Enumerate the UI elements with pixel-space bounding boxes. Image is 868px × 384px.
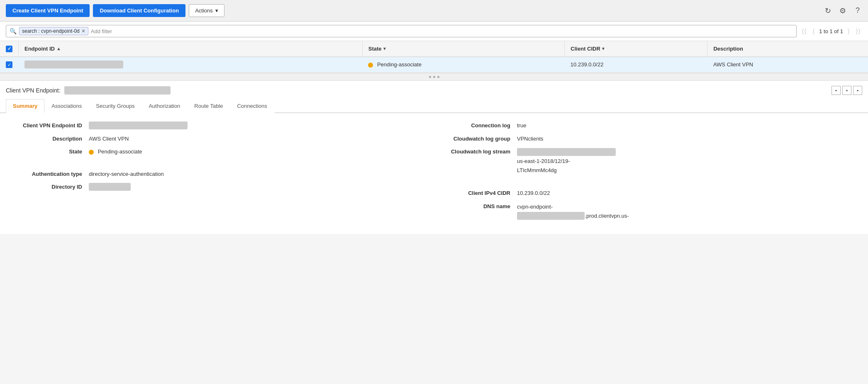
label-ipv4-cidr: Client IPv4 CIDR (434, 189, 517, 197)
select-all-checkbox[interactable]: ✓ (6, 46, 12, 52)
separator-dot-2 (433, 76, 435, 78)
separator-dot-3 (437, 76, 439, 78)
tab-connections[interactable]: Connections (230, 99, 274, 113)
row-description: AWS Client VPN (707, 57, 868, 73)
client-cidr-col-header[interactable]: Client CIDR ▾ (565, 41, 707, 57)
row-endpoint-id: cvpn-endpoint-0██████████████ (19, 57, 363, 73)
summary-row-ipv4-cidr: Client IPv4 CIDR 10.239.0.0/22 (434, 189, 862, 197)
sort-arrow-endpoint-id: ▲ (56, 46, 61, 51)
actions-button[interactable]: Actions ▾ (189, 4, 224, 17)
search-tag-remove[interactable]: ✕ (81, 28, 85, 34)
summary-row-spacer1 (6, 161, 434, 165)
state-dot-icon (368, 63, 373, 68)
tab-security-groups[interactable]: Security Groups (89, 99, 141, 113)
summary-content: Client VPN Endpoint ID cvpn-endpoint-0██… (0, 113, 868, 234)
detail-header: Client VPN Endpoint: cvpn-endpoint-0████… (0, 81, 868, 95)
value-endpoint-id: cvpn-endpoint-0██████████████ (89, 122, 434, 130)
value-conn-log: true (517, 122, 862, 130)
separator-dot-1 (429, 76, 431, 78)
first-page-button[interactable]: ⟨⟨ (800, 27, 808, 36)
sort-arrow-cidr: ▾ (602, 46, 605, 51)
summary-row-endpoint-id: Client VPN Endpoint ID cvpn-endpoint-0██… (6, 122, 434, 130)
endpoint-id-col-header[interactable]: Endpoint ID ▲ (19, 41, 363, 57)
summary-row-cw-group: Cloudwatch log group VPNclients (434, 135, 862, 143)
detail-title: Client VPN Endpoint: cvpn-endpoint-0████… (6, 87, 171, 94)
search-tag-text: search : cvpn-endpoint-0d (22, 28, 80, 34)
table-container: ✓ Endpoint ID ▲ State ▾ (0, 41, 868, 73)
detail-pane: Client VPN Endpoint: cvpn-endpoint-0████… (0, 81, 868, 234)
label-cw-stream: Cloudwatch log stream (434, 148, 517, 156)
page-range: 1 to 1 of 1 (819, 28, 843, 34)
summary-row-cw-stream: Cloudwatch log stream cvpn-endpoint-0███… (434, 148, 862, 175)
label-conn-log: Connection log (434, 122, 517, 130)
detail-endpoint-id: cvpn-endpoint-0██████████████ (64, 86, 170, 95)
label-directory-id: Directory ID (6, 183, 89, 191)
label-description: Description (6, 135, 89, 143)
sort-arrow-state: ▾ (383, 46, 386, 51)
value-cw-stream: cvpn-endpoint-0██████████████ us-east-1-… (517, 148, 862, 175)
label-state: State (6, 148, 89, 156)
value-ipv4-cidr: 10.239.0.0/22 (517, 189, 862, 197)
summary-row-conn-log: Connection log true (434, 122, 862, 130)
value-description: AWS Client VPN (89, 135, 434, 143)
label-dns-name: DNS name (434, 202, 517, 211)
label-auth-type: Authentication type (6, 170, 89, 178)
detail-separator (0, 73, 868, 81)
search-icon: 🔍 (10, 28, 17, 34)
summary-left: Client VPN Endpoint ID cvpn-endpoint-0██… (6, 122, 434, 226)
row-checkbox-col: ✓ (0, 57, 19, 73)
table-header-row: ✓ Endpoint ID ▲ State ▾ (0, 41, 868, 57)
tab-authorization[interactable]: Authorization (141, 99, 187, 113)
state-dot-summary-icon (89, 150, 94, 155)
view-icon-3[interactable]: ▪ (853, 86, 862, 95)
value-directory-id: d-████████ (89, 183, 434, 191)
download-config-button[interactable]: Download Client Configuration (93, 4, 185, 17)
help-icon[interactable]: ? (853, 6, 862, 15)
value-auth-type: directory-service-authentication (89, 170, 434, 178)
label-cw-group: Cloudwatch log group (434, 135, 517, 143)
value-state: Pending-associate (89, 148, 434, 156)
row-state: Pending-associate (362, 57, 565, 73)
search-row: 🔍 search : cvpn-endpoint-0d ✕ Add filter… (0, 22, 868, 41)
settings-icon[interactable]: ⚙ (838, 6, 847, 15)
toolbar-icons: ↻ ⚙ ? (823, 6, 862, 15)
summary-row-description: Description AWS Client VPN (6, 135, 434, 143)
row-client-cidr: 10.239.0.0/22 (565, 57, 707, 73)
summary-row-directory-id: Directory ID d-████████ (6, 183, 434, 191)
refresh-icon[interactable]: ↻ (823, 6, 832, 15)
tab-summary[interactable]: Summary (6, 99, 44, 113)
next-page-button[interactable]: ⟩ (846, 27, 851, 36)
last-page-button[interactable]: ⟩⟩ (854, 27, 862, 36)
label-endpoint-id: Client VPN Endpoint ID (6, 122, 89, 130)
value-dns-name: cvpn-endpoint- ████████████████.prod.cli… (517, 202, 862, 221)
value-cw-group: VPNclients (517, 135, 862, 143)
endpoints-table: ✓ Endpoint ID ▲ State ▾ (0, 41, 868, 73)
add-filter-label[interactable]: Add filter (91, 28, 112, 34)
prev-page-button[interactable]: ⟨ (811, 27, 817, 36)
row-checkbox[interactable]: ✓ (6, 61, 12, 68)
create-vpn-endpoint-button[interactable]: Create Client VPN Endpoint (6, 4, 90, 17)
tab-route-table[interactable]: Route Table (187, 99, 230, 113)
summary-row-state: State Pending-associate (6, 148, 434, 156)
toolbar: Create Client VPN Endpoint Download Clie… (0, 0, 868, 22)
state-col-header[interactable]: State ▾ (362, 41, 565, 57)
view-icon-1[interactable]: ▪ (831, 86, 841, 95)
tabs: Summary Associations Security Groups Aut… (0, 99, 868, 113)
summary-right: Connection log true Cloudwatch log group… (434, 122, 862, 226)
search-box[interactable]: 🔍 search : cvpn-endpoint-0d ✕ Add filter (6, 25, 797, 37)
summary-row-spacer2 (434, 180, 862, 184)
select-all-col: ✓ (0, 41, 19, 57)
tab-associations[interactable]: Associations (44, 99, 89, 113)
table-row[interactable]: ✓ cvpn-endpoint-0██████████████ Pending-… (0, 57, 868, 73)
chevron-down-icon: ▾ (215, 7, 218, 14)
summary-row-auth-type: Authentication type directory-service-au… (6, 170, 434, 178)
summary-row-dns-name: DNS name cvpn-endpoint- ████████████████… (434, 202, 862, 221)
description-col-header[interactable]: Description (707, 41, 868, 57)
detail-view-icons: ▪ ▪ ▪ (831, 86, 862, 95)
pagination: ⟨⟨ ⟨ 1 to 1 of 1 ⟩ ⟩⟩ (800, 27, 862, 36)
search-tag: search : cvpn-endpoint-0d ✕ (19, 27, 88, 35)
view-icon-2[interactable]: ▪ (842, 86, 851, 95)
